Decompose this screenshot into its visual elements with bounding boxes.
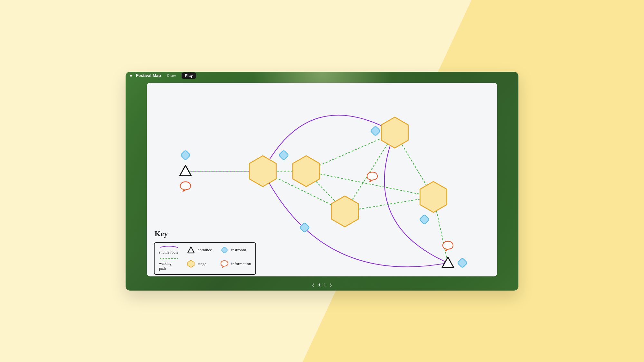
canvas[interactable]: Key shuttle route entrance restroom [147, 83, 497, 276]
stage-node[interactable] [420, 181, 447, 212]
svg-marker-0 [188, 247, 194, 253]
toolbar: Festival Map Draw Play [126, 72, 518, 79]
shuttle-route [263, 115, 395, 171]
tab-draw[interactable]: Draw [165, 73, 178, 79]
app-window: Festival Map Draw Play Key shuttle route… [126, 72, 518, 291]
tab-play[interactable]: Play [182, 72, 196, 79]
information-node[interactable] [443, 241, 453, 251]
legend-title: Key [155, 229, 168, 238]
svg-rect-1 [221, 247, 228, 253]
diamond-icon [220, 246, 229, 254]
pager-total: 1 [324, 283, 326, 287]
restroom-node[interactable] [457, 258, 467, 268]
restroom-node[interactable] [419, 214, 429, 224]
restroom-node[interactable] [370, 126, 380, 136]
restroom-node[interactable] [299, 222, 309, 232]
pager-current: 1 [318, 283, 320, 287]
pager-prev[interactable]: ❮ [312, 283, 315, 287]
entrance-node[interactable] [442, 257, 454, 267]
legend-item-information: information [220, 260, 251, 268]
shuttle-line-icon [159, 246, 178, 249]
stage-node[interactable] [381, 117, 408, 148]
pager-next[interactable]: ❯ [329, 283, 332, 287]
stage-node[interactable] [331, 196, 358, 227]
speech-bubble-icon [220, 260, 229, 268]
stage-node[interactable] [293, 156, 319, 187]
svg-marker-3 [188, 260, 194, 267]
pager: ❮ 1 / 1 ❯ [126, 283, 518, 287]
information-node[interactable] [367, 172, 377, 182]
walking-path [345, 133, 395, 211]
restroom-node[interactable] [279, 150, 289, 160]
legend-item-restroom: restroom [220, 246, 251, 254]
hexagon-icon [187, 260, 195, 268]
legend-box: shuttle route entrance restroom walking … [154, 242, 256, 275]
legend-item-stage: stage [187, 260, 212, 268]
triangle-icon [187, 246, 195, 254]
app-title: Festival Map [136, 73, 161, 78]
restroom-node[interactable] [180, 150, 190, 160]
legend-item-entrance: entrance [187, 246, 212, 254]
entrance-node[interactable] [180, 165, 191, 176]
legend-item-walking: walking path [159, 257, 178, 271]
walking-line-icon [159, 257, 178, 261]
information-node[interactable] [180, 182, 191, 191]
legend-item-shuttle: shuttle route [159, 246, 178, 255]
app-dot-icon [130, 75, 132, 77]
stage-node[interactable] [249, 156, 276, 187]
